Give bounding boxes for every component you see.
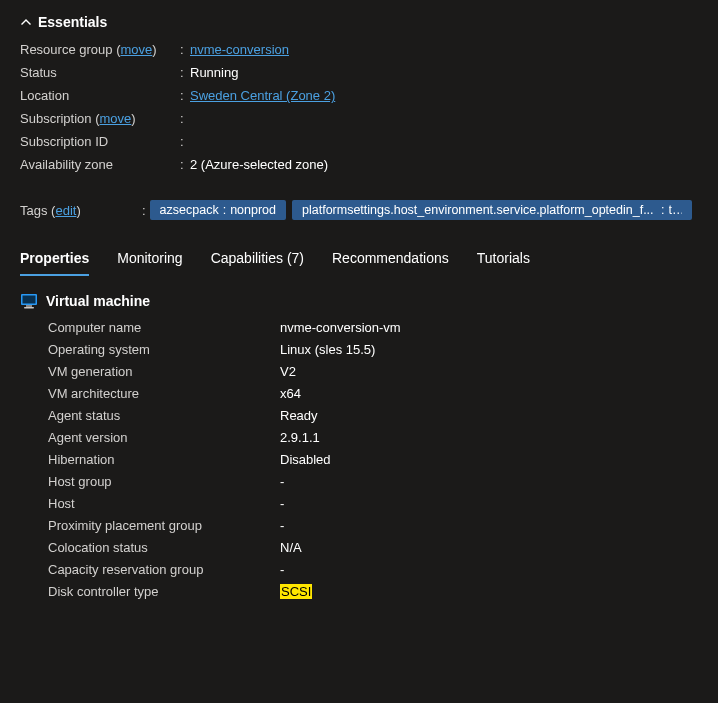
- essentials-row-status: Status : Running: [20, 65, 698, 80]
- prop-label: Agent version: [48, 430, 280, 445]
- essentials-row-location: Location : Sweden Central (Zone 2): [20, 88, 698, 103]
- label-location: Location: [20, 88, 69, 103]
- prop-row-ppg: Proximity placement group -: [48, 518, 698, 533]
- resource-group-move-link[interactable]: move: [120, 42, 152, 57]
- essentials-title: Essentials: [38, 14, 107, 30]
- prop-label: Capacity reservation group: [48, 562, 280, 577]
- tag-value: nonprod: [230, 203, 276, 217]
- essentials-row-subscription-id: Subscription ID :: [20, 134, 698, 149]
- tab-bar: Properties Monitoring Capabilities (7) R…: [20, 242, 698, 274]
- prop-row-capacity-res: Capacity reservation group -: [48, 562, 698, 577]
- value-availability-zone: 2 (Azure-selected zone): [190, 157, 328, 172]
- prop-label: Operating system: [48, 342, 280, 357]
- prop-row-host: Host -: [48, 496, 698, 511]
- prop-row-agent-status: Agent status Ready: [48, 408, 698, 423]
- prop-label: Agent status: [48, 408, 280, 423]
- svg-rect-1: [23, 296, 36, 304]
- prop-row-disk-controller: Disk controller type SCSI: [48, 584, 698, 599]
- prop-value: 2.9.1.1: [280, 430, 320, 445]
- prop-value: x64: [280, 386, 301, 401]
- tag-key: platformsettings.host_environment.servic…: [302, 203, 654, 217]
- prop-label: Host: [48, 496, 280, 511]
- prop-label: Host group: [48, 474, 280, 489]
- essentials-row-subscription: Subscription (move) :: [20, 111, 698, 126]
- tag-pill[interactable]: platformsettings.host_environment.servic…: [292, 200, 692, 220]
- essentials-row-resource-group: Resource group (move) : nvme-conversion: [20, 42, 698, 57]
- prop-value: -: [280, 496, 284, 511]
- vm-group-title: Virtual machine: [46, 293, 150, 309]
- prop-label: Disk controller type: [48, 584, 280, 599]
- prop-label: Computer name: [48, 320, 280, 335]
- tab-tutorials[interactable]: Tutorials: [477, 242, 530, 274]
- prop-row-vm-architecture: VM architecture x64: [48, 386, 698, 401]
- subscription-move-link[interactable]: move: [100, 111, 132, 126]
- label-availability-zone: Availability zone: [20, 157, 113, 172]
- chevron-up-icon: [20, 16, 32, 28]
- label-tags: Tags: [20, 203, 47, 218]
- prop-row-vm-generation: VM generation V2: [48, 364, 698, 379]
- essentials-row-tags: Tags (edit) : azsecpack : nonprod platfo…: [20, 200, 698, 220]
- tag-key: azsecpack: [160, 203, 219, 217]
- svg-rect-3: [24, 307, 34, 309]
- label-status: Status: [20, 65, 57, 80]
- resource-group-link[interactable]: nvme-conversion: [190, 42, 289, 57]
- label-resource-group: Resource group: [20, 42, 113, 57]
- tags-edit-link[interactable]: edit: [55, 203, 76, 218]
- prop-value: nvme-conversion-vm: [280, 320, 401, 335]
- essentials-row-availability-zone: Availability zone : 2 (Azure-selected zo…: [20, 157, 698, 172]
- prop-row-computer-name: Computer name nvme-conversion-vm: [48, 320, 698, 335]
- prop-row-hibernation: Hibernation Disabled: [48, 452, 698, 467]
- vm-group-header: Virtual machine: [20, 292, 698, 310]
- vm-icon: [20, 292, 38, 310]
- prop-label: VM architecture: [48, 386, 280, 401]
- prop-label: Hibernation: [48, 452, 280, 467]
- location-link[interactable]: Sweden Central (Zone 2): [190, 88, 335, 103]
- prop-value: Linux (sles 15.5): [280, 342, 375, 357]
- tab-capabilities[interactable]: Capabilities (7): [211, 242, 304, 274]
- prop-row-colocation: Colocation status N/A: [48, 540, 698, 555]
- prop-value: Disabled: [280, 452, 331, 467]
- svg-rect-2: [26, 305, 32, 307]
- tag-value: tr...: [669, 203, 682, 217]
- prop-row-host-group: Host group -: [48, 474, 698, 489]
- prop-label: Proximity placement group: [48, 518, 280, 533]
- prop-value: -: [280, 518, 284, 533]
- label-subscription-id: Subscription ID: [20, 134, 108, 149]
- prop-label: VM generation: [48, 364, 280, 379]
- prop-value: N/A: [280, 540, 302, 555]
- prop-label: Colocation status: [48, 540, 280, 555]
- prop-value: V2: [280, 364, 296, 379]
- prop-value-highlighted: SCSI: [280, 584, 312, 599]
- prop-row-agent-version: Agent version 2.9.1.1: [48, 430, 698, 445]
- tab-properties[interactable]: Properties: [20, 242, 89, 274]
- value-status: Running: [190, 65, 238, 80]
- tab-monitoring[interactable]: Monitoring: [117, 242, 182, 274]
- prop-value: -: [280, 562, 284, 577]
- tag-pill[interactable]: azsecpack : nonprod: [150, 200, 286, 220]
- essentials-header[interactable]: Essentials: [20, 14, 698, 30]
- tab-recommendations[interactable]: Recommendations: [332, 242, 449, 274]
- label-subscription: Subscription: [20, 111, 92, 126]
- prop-row-os: Operating system Linux (sles 15.5): [48, 342, 698, 357]
- prop-value: Ready: [280, 408, 318, 423]
- prop-value: -: [280, 474, 284, 489]
